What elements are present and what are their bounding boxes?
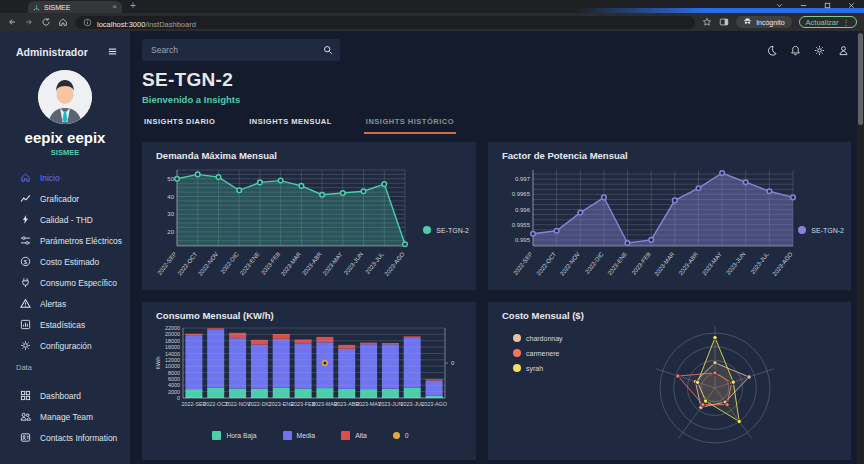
svg-text:14000: 14000	[165, 351, 180, 357]
svg-text:2022-DIC: 2022-DIC	[248, 401, 271, 407]
svg-text:2022-NOV: 2022-NOV	[559, 251, 581, 277]
contacts-icon	[19, 432, 31, 443]
legend-dot	[423, 226, 431, 234]
topbar-icons	[766, 45, 849, 56]
site-info-icon[interactable]	[83, 13, 92, 31]
sidebar-item-inicio[interactable]: Inicio	[0, 167, 130, 188]
update-browser-button[interactable]: Actualizar ⋮	[799, 16, 857, 28]
svg-text:0.9965: 0.9965	[512, 191, 531, 197]
sidebar-item-calidad-thd[interactable]: Calidad - THD	[0, 209, 130, 230]
forward-icon[interactable]	[24, 17, 34, 27]
legend-item-chardonnay: chardonnay	[513, 334, 563, 342]
sidebar-item-estadisticas[interactable]: Estadísticas	[0, 314, 130, 335]
bolt-icon	[19, 214, 31, 225]
tab-insights-historico[interactable]: INSIGHTS HISTÓRICO	[364, 115, 456, 134]
svg-text:2023-MAY: 2023-MAY	[322, 251, 344, 277]
svg-text:$: $	[23, 259, 27, 265]
person-icon[interactable]	[838, 45, 849, 56]
consumo-chart: 0200040006000800010000120001400016000180…	[153, 324, 468, 430]
factor-legend: SE-TGN-2	[798, 226, 844, 234]
home-nav-icon[interactable]	[58, 17, 68, 27]
tab-close-icon[interactable]: ×	[112, 3, 117, 11]
svg-text:30: 30	[167, 211, 174, 217]
sidebar-item-graficador[interactable]: Graficador	[0, 188, 130, 209]
tab-title: SISMEE	[44, 4, 108, 11]
favicon-icon	[33, 0, 40, 16]
svg-text:2023-AGO: 2023-AGO	[421, 401, 447, 407]
reload-icon[interactable]	[41, 17, 51, 27]
factor-potencia-title: Factor de Potencia Mensual	[502, 150, 843, 161]
media-swatch	[283, 431, 292, 440]
svg-text:12000: 12000	[165, 357, 180, 363]
svg-text:KW/h: KW/h	[155, 356, 161, 369]
svg-text:20: 20	[167, 229, 174, 235]
url-bar[interactable]: localhost:3000/instDashboard	[75, 16, 695, 29]
sidebar-heading: Administrador	[16, 46, 88, 58]
bookmark-star-icon[interactable]	[702, 17, 712, 27]
chevron-down-icon[interactable]	[775, 1, 784, 10]
browser-toolbar: localhost:3000/instDashboard Incógnito A…	[0, 13, 864, 31]
factor-potencia-chart: 0.9950.99550.9960.99650.9972022-SEP2022-…	[499, 164, 843, 288]
legend-dot	[798, 226, 806, 234]
sidebar-item-consumo-especifico[interactable]: Consumo Específico	[0, 272, 130, 293]
minimize-icon[interactable]	[799, 1, 808, 10]
tab-insights-mensual[interactable]: INSIGHTS MENSUAL	[247, 115, 334, 134]
sidebar-item-dashboard[interactable]: Dashboard	[0, 385, 130, 406]
svg-text:2023-JUL: 2023-JUL	[749, 250, 770, 275]
split-screen-icon[interactable]	[719, 17, 729, 27]
search-icon[interactable]	[316, 45, 340, 55]
new-tab-button[interactable]: +	[130, 0, 136, 11]
moon-icon[interactable]	[766, 45, 777, 56]
user-subtitle: SISMEE	[0, 148, 130, 157]
chardonnay-dot	[513, 334, 521, 342]
svg-text:2022-NOV: 2022-NOV	[225, 401, 251, 407]
svg-text:10000: 10000	[165, 363, 180, 369]
bell-icon[interactable]	[790, 45, 801, 56]
svg-text:2023-JUN: 2023-JUN	[343, 251, 364, 276]
close-icon[interactable]	[847, 1, 856, 10]
maximize-icon[interactable]	[823, 1, 832, 10]
scrollbar-thumb[interactable]	[858, 33, 863, 125]
svg-text:4000: 4000	[168, 382, 180, 388]
svg-text:40: 40	[167, 194, 174, 200]
legend-item-carmenere: carmenere	[513, 349, 563, 357]
page-scrollbar[interactable]	[857, 31, 864, 464]
home-icon	[19, 172, 31, 183]
sidebar-item-parametros-electricos[interactable]: Parámetros Eléctricos	[0, 230, 130, 251]
incognito-badge[interactable]: Incógnito	[736, 16, 791, 28]
search-input[interactable]	[142, 45, 316, 55]
sidebar-item-costo-estimado[interactable]: $Costo Estimado	[0, 251, 130, 272]
menu-hamburger-icon[interactable]	[107, 43, 118, 61]
svg-text:2023-AGO: 2023-AGO	[383, 251, 406, 278]
settings-icon[interactable]	[814, 45, 825, 56]
sidebar-item-configuracion[interactable]: Configuración	[0, 335, 130, 356]
legend-item-media: Media	[283, 431, 316, 440]
factor-potencia-card: Factor de Potencia Mensual 0.9950.99550.…	[488, 142, 851, 290]
svg-text:20000: 20000	[165, 331, 180, 337]
sidebar-item-manage-team[interactable]: Manage Team	[0, 406, 130, 427]
browser-tab[interactable]: SISMEE ×	[28, 1, 122, 13]
page-title: SE-TGN-2	[142, 69, 851, 91]
svg-text:6000: 6000	[168, 376, 180, 382]
svg-text:2022-DIC: 2022-DIC	[219, 250, 240, 274]
sidebar-item-alertas[interactable]: Alertas	[0, 293, 130, 314]
alert-icon	[19, 298, 31, 309]
svg-text:2022-OCT: 2022-OCT	[535, 251, 557, 277]
svg-text:2023-MAY: 2023-MAY	[701, 251, 723, 277]
svg-text:0.9955: 0.9955	[512, 222, 531, 228]
back-icon[interactable]	[7, 17, 17, 27]
main-content: SE-TGN-2 Bienvenido a Insights INSIGHTS …	[130, 31, 864, 464]
page-subtitle: Bienvenido a Insights	[142, 94, 851, 105]
svg-text:2023-AGO: 2023-AGO	[771, 251, 794, 278]
plug-icon	[19, 277, 31, 288]
costo-title: Costo Mensual ($)	[502, 310, 843, 321]
scatter-swatch	[393, 432, 400, 439]
legend-item-hora-baja: Hora Baja	[212, 431, 256, 440]
stats-icon	[19, 319, 31, 330]
sidebar-item-contacts-information[interactable]: Contacts Information	[0, 427, 130, 448]
browser-window: SISMEE × + localhost:3000/instDashboard …	[0, 0, 864, 464]
tab-insights-diario[interactable]: INSIGHTS DIARIO	[142, 115, 217, 134]
sidebar: Administrador eepix eepix SISMEE InicioG…	[0, 31, 130, 464]
line-chart-icon	[19, 193, 31, 204]
sidebar-menu: InicioGraficadorCalidad - THDParámetros …	[0, 167, 130, 356]
